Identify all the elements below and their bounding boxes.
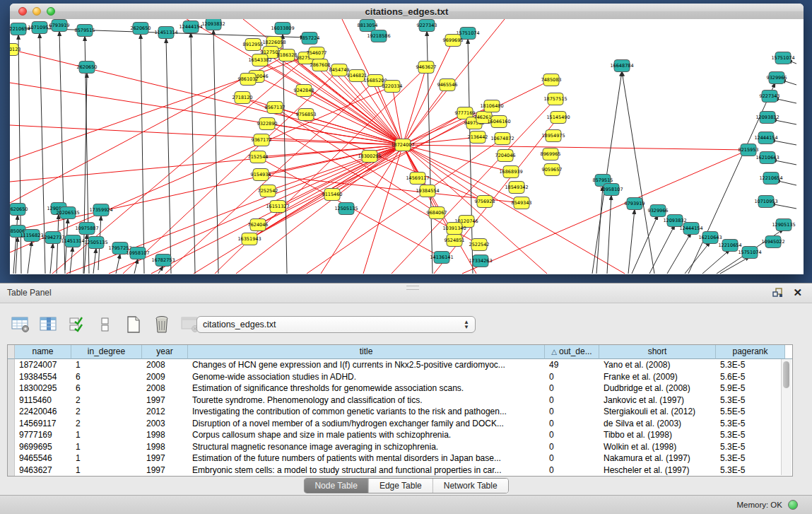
graph-node[interactable]: 9322890 (257, 118, 278, 130)
graph-edge[interactable] (403, 85, 447, 145)
graph-edge[interactable] (403, 145, 748, 150)
graph-node[interactable]: 12444154 (754, 132, 777, 144)
graph-node[interactable]: 8813054 (358, 20, 378, 32)
graph-node[interactable]: 16210643 (755, 152, 779, 164)
graph-edge[interactable] (70, 247, 73, 274)
table-row[interactable]: 1830029562008Estimation of significance … (8, 382, 792, 395)
close-panel-icon[interactable]: ✕ (793, 286, 802, 299)
graph-node[interactable]: 12505135 (84, 237, 107, 249)
graph-node[interactable]: 7485083 (541, 74, 562, 86)
graph-node[interactable]: 9756928 (475, 196, 495, 208)
graph-edge[interactable] (770, 204, 796, 209)
graph-node[interactable]: 16648784 (610, 60, 633, 72)
graph-edge[interactable] (607, 195, 611, 274)
graph-node[interactable]: 9524851 (445, 235, 465, 247)
graph-node[interactable]: 2620650 (10, 204, 28, 216)
graph-node[interactable]: 2620650 (77, 62, 98, 74)
graph-node[interactable]: 18549342 (505, 182, 528, 194)
graph-node[interactable]: 9756853 (296, 109, 317, 121)
graph-node[interactable]: 8960123 (10, 44, 20, 56)
graph-node[interactable]: 6793919 (625, 198, 645, 210)
graph-node[interactable]: 8969965 (541, 148, 561, 160)
table-settings-icon[interactable] (10, 314, 31, 335)
graph-node[interactable]: 18954975 (541, 130, 565, 142)
graph-edge[interactable] (261, 140, 403, 145)
float-window-icon[interactable] (772, 288, 784, 298)
delete-column-icon[interactable] (151, 314, 172, 335)
table-row[interactable]: 946362711997Embryonic stem cells: a mode… (8, 465, 792, 477)
graph-node[interactable]: 18757515 (543, 93, 567, 105)
graph-node[interactable]: 12093832 (755, 112, 779, 124)
graph-edge[interactable] (116, 254, 120, 274)
graph-node[interactable]: 10674872 (490, 133, 514, 145)
graph-node[interactable]: 12905135 (772, 219, 795, 231)
graph-node[interactable]: 10710953 (754, 196, 777, 208)
splitter-grip[interactable] (406, 286, 419, 290)
graph-node[interactable]: 9463627 (416, 62, 437, 74)
graph-edge[interactable] (166, 38, 171, 274)
graph-node[interactable]: 2136442 (468, 132, 488, 144)
graph-edge[interactable] (667, 233, 691, 274)
graph-node[interactable]: 9684067 (427, 207, 447, 219)
new-table-icon[interactable] (123, 314, 144, 335)
graph-edge[interactable] (109, 145, 403, 274)
graph-edge[interactable] (93, 248, 96, 274)
graph-node[interactable]: 8220334 (382, 81, 403, 93)
window-titlebar[interactable]: citations_edges.txt (10, 4, 804, 20)
graph-node[interactable]: 9465546 (437, 79, 458, 91)
graph-node[interactable]: 2620650 (131, 23, 151, 35)
tab-network-table[interactable]: Network Table (433, 479, 508, 493)
graph-node[interactable]: 9699695 (443, 35, 464, 47)
column-header-pagerank[interactable]: pagerank (716, 345, 785, 359)
table-select-dropdown[interactable]: citations_edges.txt ▲▼ (196, 316, 476, 333)
graph-node[interactable]: 2718120 (233, 92, 253, 104)
graph-node[interactable]: 17359924 (89, 204, 112, 216)
graph-node[interactable]: 9329966 (648, 205, 669, 217)
graph-edge[interactable] (50, 243, 53, 274)
table-row[interactable]: 911546021997Tourette syndrome. Phenomeno… (8, 395, 792, 407)
graph-edge[interactable] (123, 70, 339, 274)
table-row[interactable]: 977716911998Corpus callosum shape and si… (8, 429, 792, 441)
scrollbar-thumb[interactable] (783, 361, 789, 388)
graph-node[interactable]: 14569117 (406, 173, 429, 185)
graph-edge[interactable] (685, 242, 710, 274)
graph-node[interactable]: 9059657 (542, 164, 563, 176)
graph-node[interactable]: 7204046 (495, 150, 516, 162)
graph-node[interactable]: 12210654 (10, 23, 30, 35)
tab-edge-table[interactable]: Edge Table (369, 479, 433, 493)
table-row[interactable]: 1872400712008Changes of HCN gene express… (8, 359, 792, 371)
graph-edge[interactable] (770, 140, 796, 145)
graph-node[interactable]: 7546077 (307, 47, 327, 59)
graph-edge[interactable] (622, 71, 654, 274)
graph-node[interactable]: 9329966 (767, 72, 787, 84)
network-canvas[interactable]: 12210654 10710953 6793919 8579515 262065… (10, 19, 796, 274)
graph-node[interactable]: 8215953 (739, 144, 759, 156)
graph-node[interactable]: 2867608 (310, 59, 331, 71)
graph-node[interactable]: 7252542 (258, 185, 278, 197)
graph-edge[interactable] (403, 145, 511, 172)
graph-node[interactable]: 16210643 (698, 232, 722, 244)
graph-edge[interactable] (10, 125, 403, 145)
graph-edge[interactable] (141, 34, 144, 274)
table-row[interactable]: 946554611997Estimation of the future num… (8, 452, 792, 465)
graph-node[interactable]: 10710953 (28, 22, 51, 34)
graph-node[interactable]: 19384554 (416, 185, 439, 197)
graph-edge[interactable] (283, 34, 287, 274)
graph-node[interactable]: 15751074 (771, 52, 794, 64)
graph-node[interactable]: 12444154 (179, 21, 202, 33)
graph-node[interactable]: 10975887 (75, 223, 98, 235)
graph-node[interactable]: 12210654 (759, 173, 782, 185)
select-column-icon[interactable] (38, 314, 59, 335)
tab-node-table[interactable]: Node Table (304, 479, 369, 493)
column-header-name[interactable]: name (15, 345, 71, 359)
zoom-button[interactable] (47, 7, 55, 16)
column-header-outde[interactable]: △out_de... (545, 345, 599, 359)
minimize-button[interactable] (33, 7, 41, 16)
graph-edge[interactable] (213, 30, 218, 274)
column-header-indegree[interactable]: in_degree (71, 345, 142, 359)
graph-node[interactable]: 2522542 (469, 239, 490, 251)
column-header-title[interactable]: title (188, 345, 545, 359)
graph-node[interactable]: 12505135 (334, 203, 358, 215)
graph-node[interactable]: 9227343 (760, 90, 780, 103)
graph-node[interactable]: 8549343 (512, 197, 532, 209)
